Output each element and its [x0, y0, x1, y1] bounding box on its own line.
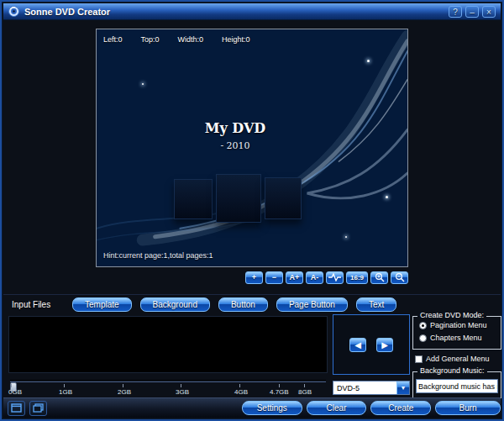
input-files-list[interactable]	[8, 316, 328, 373]
capacity-label: 4GB	[234, 388, 248, 396]
capacity-tick	[279, 384, 280, 387]
arrow-right-icon: ▶	[381, 340, 388, 350]
font-decrease-icon: A-	[311, 273, 319, 282]
chapters-menu-label: Chapters Menu	[430, 334, 482, 342]
help-button[interactable]: ?	[449, 6, 462, 18]
capacity-track[interactable]	[10, 380, 326, 382]
plus-icon: +	[252, 273, 256, 282]
disc-type-value: DVD-5	[333, 384, 396, 392]
coord-height: Height:0	[222, 35, 250, 44]
capacity-label: 0GB	[8, 388, 22, 396]
tab-template[interactable]: Template	[72, 297, 132, 312]
sparkle-icon	[345, 236, 347, 238]
create-button[interactable]: Create	[370, 401, 431, 415]
create-dvd-mode-title: Create DVD Mode:	[417, 311, 486, 319]
app-logo-icon	[8, 6, 19, 17]
menu-preview-canvas[interactable]: Left:0 Top:0 Width:0 Height:0 My DVD - 2…	[96, 29, 408, 267]
tab-page-button[interactable]: Page Button	[276, 297, 348, 312]
checkbox-icon[interactable]	[415, 355, 423, 363]
window-controls: ? – ×	[449, 6, 496, 18]
add-item-button[interactable]: +	[245, 271, 263, 284]
chapter-thumbnail[interactable]	[265, 177, 302, 219]
chapter-thumbnail[interactable]	[216, 174, 261, 223]
font-increase-button[interactable]: A+	[286, 271, 303, 284]
capacity-label: 2GB	[118, 388, 131, 396]
capacity-label: 3GB	[176, 388, 189, 396]
view-tool-button-1[interactable]	[8, 401, 25, 416]
close-button[interactable]: ×	[482, 6, 496, 18]
cascade-windows-icon	[33, 403, 44, 413]
arrow-left-icon: ◀	[354, 340, 361, 350]
pagination-menu-option[interactable]: Pagination Menu	[419, 321, 501, 329]
zoom-out-button[interactable]	[391, 271, 408, 284]
dvd-menu-subtitle[interactable]: - 2010	[97, 140, 374, 151]
pagination-menu-label: Pagination Menu	[430, 321, 487, 329]
capacity-label: 1GB	[59, 388, 72, 396]
app-window: Sonne DVD Creator ? – × Left:0 Top:0	[0, 0, 504, 421]
minus-icon: −	[272, 273, 276, 282]
capacity-label: 8GB	[298, 388, 312, 396]
input-files-label: Input Files	[12, 300, 72, 309]
background-music-group: Background Music: Background music has n…	[412, 371, 501, 398]
coord-left: Left:0	[103, 35, 123, 44]
titlebar[interactable]: Sonne DVD Creator ? – ×	[3, 3, 501, 20]
radio-unselected-icon[interactable]	[419, 334, 427, 342]
dropdown-button[interactable]: ▼	[396, 382, 409, 394]
capacity-tick	[64, 384, 65, 387]
tab-button[interactable]: Button	[218, 297, 268, 312]
view-tool-button-2[interactable]	[29, 401, 47, 416]
capacity-tick	[123, 384, 123, 387]
preview-toolbar: + − A+ A- 16:9	[96, 271, 408, 284]
sparkle-icon	[367, 60, 370, 62]
sparkle-icon	[142, 83, 144, 85]
settings-button[interactable]: Settings	[242, 401, 302, 415]
waveform-icon	[328, 273, 341, 282]
chapter-thumbnail[interactable]	[174, 179, 213, 219]
tab-background[interactable]: Background	[140, 297, 210, 312]
background-music-title: Background Music:	[417, 366, 487, 375]
font-decrease-button[interactable]: A-	[306, 271, 323, 284]
radio-selected-icon[interactable]	[419, 322, 427, 329]
remove-item-button[interactable]: −	[265, 271, 283, 284]
disc-capacity-gauge: 0GB 1GB 2GB 3GB 4GB 4.7GB 8GB	[8, 375, 328, 397]
chapters-menu-option[interactable]: Chapters Menu	[419, 334, 501, 342]
window-title: Sonne DVD Creator	[24, 7, 449, 17]
next-page-button[interactable]: ▶	[376, 338, 393, 352]
burn-button[interactable]: Burn	[435, 401, 501, 415]
selection-coordinates: Left:0 Top:0 Width:0 Height:0	[103, 35, 250, 44]
sparkle-icon	[386, 196, 388, 198]
zoom-out-icon	[395, 272, 405, 282]
add-general-menu-label: Add General Menu	[426, 355, 490, 363]
aspect-ratio-button[interactable]: 16:9	[346, 271, 368, 284]
window-icon	[11, 403, 22, 413]
clear-button[interactable]: Clear	[307, 401, 367, 415]
disc-type-select[interactable]: DVD-5 ▼	[333, 381, 410, 395]
capacity-label: 4.7GB	[270, 388, 289, 396]
tab-text[interactable]: Text	[356, 297, 396, 312]
add-general-menu-option[interactable]: Add General Menu	[415, 355, 490, 363]
coord-width: Width:0	[178, 35, 204, 44]
create-dvd-mode-group: Create DVD Mode: Pagination Menu Chapter…	[412, 316, 501, 350]
audio-button[interactable]	[326, 271, 344, 284]
font-increase-icon: A+	[290, 273, 300, 282]
previous-page-button[interactable]: ◀	[349, 338, 366, 352]
bottom-bar: Settings Clear Create Burn	[3, 397, 501, 418]
aspect-ratio-label: 16:9	[350, 274, 364, 282]
capacity-tick	[304, 384, 305, 387]
dvd-menu-title[interactable]: My DVD	[97, 120, 374, 136]
background-music-field[interactable]: Background music has no	[416, 379, 498, 393]
chevron-down-icon: ▼	[401, 385, 407, 391]
zoom-in-button[interactable]	[370, 271, 388, 284]
capacity-tick	[239, 384, 240, 387]
page-hint: Hint:current page:1,total pages:1	[103, 251, 213, 260]
coord-top: Top:0	[141, 35, 160, 44]
capacity-tick	[11, 384, 12, 387]
page-navigation: ◀ ▶	[333, 314, 410, 375]
zoom-in-icon	[375, 272, 385, 282]
minimize-button[interactable]: –	[465, 6, 479, 18]
capacity-tick	[181, 384, 181, 387]
